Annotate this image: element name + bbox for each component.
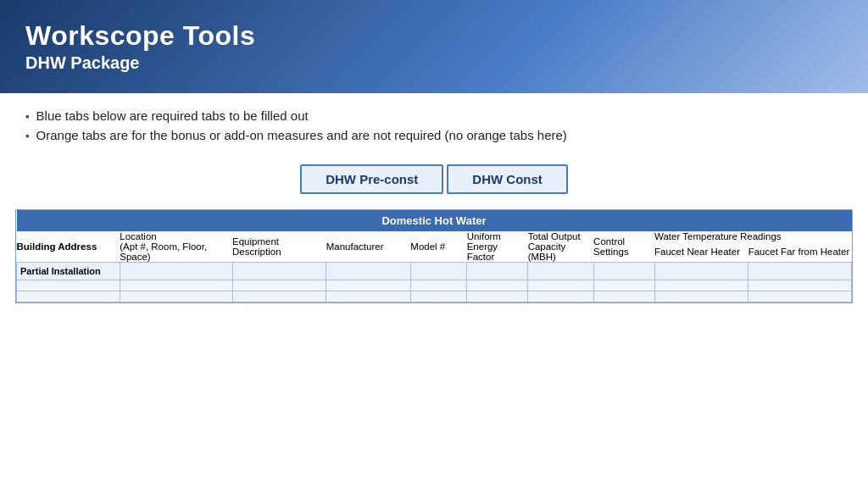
row-label-partial: Partial Installation	[17, 263, 120, 280]
page-header: Workscope Tools DHW Package	[0, 0, 868, 93]
page-title: Workscope Tools	[25, 20, 843, 52]
col-water-temp-readings: Water Temperature Readings	[654, 231, 851, 241]
empty-row-2-col-10	[748, 291, 852, 302]
row-near-heater-1	[654, 263, 748, 280]
col-building-address: Building Address	[17, 231, 120, 263]
empty-row-1-col-3	[232, 280, 326, 291]
table-row: Partial Installation	[17, 263, 852, 280]
row-mfr-1	[326, 263, 411, 280]
instructions-section: Blue tabs below are required tabs to be …	[0, 93, 868, 156]
empty-row-2-col-4	[326, 291, 411, 302]
dhw-table: Domestic Hot Water Building Address Loca…	[16, 210, 852, 302]
instruction-bullet-1: Blue tabs below are required tabs to be …	[36, 108, 309, 123]
dhw-table-wrapper: Domestic Hot Water Building Address Loca…	[15, 209, 853, 303]
tab-dhw-const[interactable]: DHW Const	[447, 164, 568, 194]
col-faucet-far-heater: Faucet Far from Heater	[748, 241, 852, 263]
col-model-number: Model #	[410, 231, 466, 263]
col-location-sub: (Apt #, Room, Floor, Space)	[120, 241, 232, 263]
row-control-1	[593, 263, 654, 280]
empty-row-1-col-1	[17, 280, 120, 291]
col-faucet-near-heater: Faucet Near Heater	[654, 241, 748, 263]
row-location-1	[120, 263, 232, 280]
tabs-container: DHW Pre-const DHW Const	[0, 164, 868, 194]
empty-row-2-col-7	[528, 291, 593, 302]
empty-row-2-col-9	[654, 291, 748, 302]
page-subtitle: DHW Package	[25, 53, 843, 73]
empty-row-2-col-1	[17, 291, 120, 302]
row-equip-1	[232, 263, 326, 280]
col-header-row-1: Building Address Location Equipment Desc…	[17, 231, 852, 241]
row-model-1	[410, 263, 466, 280]
empty-row-2-col-6	[467, 291, 528, 302]
empty-row-2-col-3	[232, 291, 326, 302]
empty-row-1-col-5	[410, 280, 466, 291]
empty-row-1-col-4	[326, 280, 411, 291]
tab-dhw-pre-const[interactable]: DHW Pre-const	[300, 164, 443, 194]
row-far-heater-1	[748, 263, 852, 280]
col-control-settings: Control Settings	[593, 231, 654, 263]
row-uef-1	[467, 263, 528, 280]
empty-row-2-col-8	[593, 291, 654, 302]
col-equipment-description: Equipment Description	[232, 231, 326, 263]
col-location: Location	[120, 231, 232, 241]
col-total-output-capacity: Total Output Capacity (MBH)	[528, 231, 593, 263]
col-uniform-energy-factor: Uniform Energy Factor	[467, 231, 528, 263]
table-section: Domestic Hot Water Building Address Loca…	[0, 209, 868, 319]
table-row	[17, 280, 852, 291]
empty-row-1-col-8	[593, 280, 654, 291]
empty-row-1-col-6	[467, 280, 528, 291]
row-capacity-1	[528, 263, 593, 280]
empty-row-1-col-10	[748, 280, 852, 291]
table-section-header: Domestic Hot Water	[17, 210, 852, 231]
empty-row-2-col-2	[120, 291, 232, 302]
table-row	[17, 291, 852, 302]
instruction-bullet-2: Orange tabs are for the bonus or add-on …	[36, 128, 567, 142]
table-section-header-row: Domestic Hot Water	[17, 210, 852, 231]
empty-row-1-col-9	[654, 280, 748, 291]
empty-row-2-col-5	[410, 291, 466, 302]
col-manufacturer: Manufacturer	[326, 231, 411, 263]
empty-row-1-col-2	[120, 280, 232, 291]
empty-row-1-col-7	[528, 280, 593, 291]
